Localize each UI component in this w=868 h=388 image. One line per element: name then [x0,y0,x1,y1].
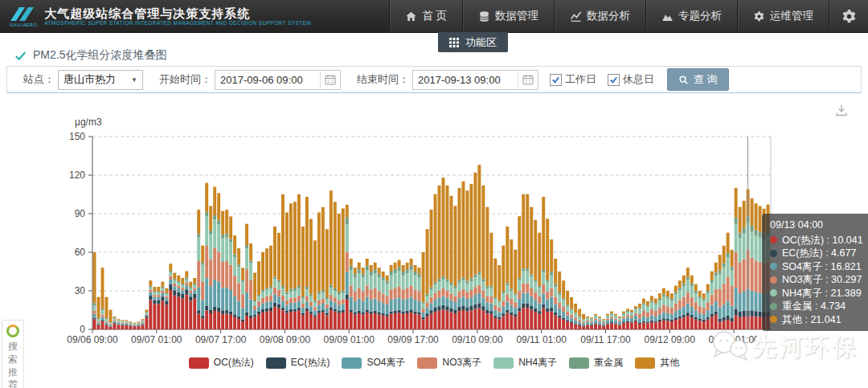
legend-swatch [493,357,514,369]
page-title: PM2.5化学组分浓度堆叠图 [33,48,166,63]
home-icon [405,10,417,22]
sailhero-logo-icon: SAILHERO [10,6,37,27]
query-button-label: 查 询 [694,72,718,87]
checkbox-checked-icon [550,74,562,86]
checkbox-checked-icon [608,74,620,86]
site-label: 站点： [23,72,55,87]
site-select[interactable]: 唐山市热力 ▼ [58,70,143,90]
legend-swatch [635,357,655,369]
search-recommend-widget[interactable]: 搜索推荐 [2,320,24,388]
end-time-input[interactable] [413,71,518,88]
svg-text:150: 150 [69,131,85,142]
svg-text:09/07 17:00: 09/07 17:00 [195,334,247,345]
svg-text:09/09 17:00: 09/09 17:00 [387,334,439,345]
svg-text:120: 120 [69,169,85,181]
app-logo: SAILHERO 大气超级站综合管理与决策支持系统 ATMOSPHERIC SU… [10,6,311,27]
legend-item-5[interactable]: 重金属 [569,356,623,370]
watermark-text: 先河环保 [752,331,858,364]
legend-swatch [417,357,437,369]
svg-text:09/09 01:00: 09/09 01:00 [324,334,375,345]
legend-item-4[interactable]: NH4离子 [493,356,557,370]
settings-gear-button[interactable] [829,0,868,32]
query-button[interactable]: 查 询 [667,68,729,91]
nav-item-3[interactable]: 专题分析 [645,0,737,32]
app-subtitle: ATMOSPHERIC SUPER STATION INTEGRATED MAN… [44,20,311,27]
svg-text:09/07 01:00: 09/07 01:00 [131,334,182,345]
legend-swatch [569,357,589,369]
legend-item-0[interactable]: OC(热法) [189,356,254,370]
nav-item-0[interactable]: 首 页 [389,0,462,32]
end-time-label: 结束时间： [357,72,409,87]
line-chart-icon [570,10,582,22]
bars-group[interactable] [93,165,770,329]
calendar-icon[interactable] [518,71,538,88]
workday-label: 工作日 [565,72,596,87]
end-time-field [412,70,538,90]
app-title: 大气超级站综合管理与决策支持系统 [44,6,311,20]
start-time-input[interactable] [215,71,320,88]
page-title-row: PM2.5化学组分浓度堆叠图 [14,48,166,63]
svg-text:90: 90 [75,208,86,219]
logo-text: SAILHERO [10,22,37,27]
search-recommend-label: 搜索推荐 [7,340,18,388]
legend-item-2[interactable]: SO4离子 [342,356,405,370]
legend-swatch [266,357,286,369]
nav-item-2[interactable]: 数据分析 [554,0,645,32]
top-navbar: SAILHERO 大气超级站综合管理与决策支持系统 ATMOSPHERIC SU… [0,0,868,33]
gear-icon [841,8,857,24]
chevron-down-icon: ▼ [131,76,137,84]
y-axis-unit-label: μg/m3 [75,116,102,128]
main-nav: 首 页数据管理数据分析专题分析运维管理 [389,0,868,32]
watermark: 先河环保 [710,328,858,366]
nav-item-1[interactable]: 数据管理 [462,0,554,32]
gear-icon [753,10,765,22]
submenu-function-area[interactable]: 功能区 [438,32,508,52]
nav-item-4[interactable]: 运维管理 [737,0,829,32]
check-icon [14,50,27,62]
svg-text:09/08 09:00: 09/08 09:00 [260,334,311,345]
chat-bubbles-icon [710,328,752,366]
submenu-label: 功能区 [465,35,497,50]
search-icon [678,75,689,85]
restday-label: 休息日 [623,72,654,87]
database-icon [478,10,490,22]
workday-checkbox[interactable]: 工作日 [550,72,596,87]
svg-text:30: 30 [75,285,86,296]
svg-text:09/11 17:00: 09/11 17:00 [580,334,631,345]
legend-item-3[interactable]: NO3离子 [417,356,481,370]
svg-text:09/10 09:00: 09/10 09:00 [452,334,503,345]
svg-text:0: 0 [80,324,85,335]
svg-text:60: 60 [75,247,86,258]
legend-item-6[interactable]: 其他 [635,356,679,370]
legend-swatch [342,357,362,369]
legend-item-1[interactable]: EC(热法) [266,356,330,370]
svg-text:09/06 09:00: 09/06 09:00 [67,334,118,345]
legend-swatch [189,357,209,369]
download-icon[interactable] [834,103,850,119]
site-select-value: 唐山市热力 [63,72,116,87]
browser-plugin-icon [6,325,19,337]
svg-text:09/12 09:00: 09/12 09:00 [645,334,696,345]
svg-text:09/11 01:00: 09/11 01:00 [516,334,567,345]
restday-checkbox[interactable]: 休息日 [608,72,654,87]
start-time-field [215,70,341,90]
filter-bar: 站点： 唐山市热力 ▼ 开始时间： 结束时间： 工作日 [6,66,862,93]
calendar-icon[interactable] [320,71,340,88]
grid-icon [449,38,459,47]
start-time-label: 开始时间： [159,72,211,87]
area-chart-icon [661,10,674,22]
